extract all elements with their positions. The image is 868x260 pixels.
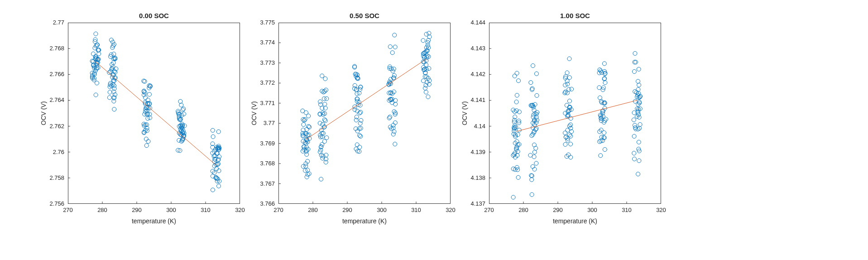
data-point (563, 142, 567, 146)
xtick-2: 280 (517, 207, 530, 213)
plot-title-0: 0.00 SOC (68, 12, 240, 19)
data-point (301, 109, 305, 113)
ytick-2: 4.14 (458, 123, 485, 130)
data-point (633, 51, 637, 55)
xtick-0: 270 (61, 207, 75, 213)
data-point (638, 126, 642, 130)
data-point (304, 164, 308, 168)
data-point (325, 135, 329, 140)
data-point (569, 134, 573, 138)
data-point (637, 83, 641, 87)
xtick-2: 270 (482, 207, 496, 213)
data-point (320, 74, 324, 78)
ytick-0: 2.77 (37, 19, 64, 26)
ylabel-1: OCV (V) (250, 23, 258, 204)
data-point (534, 146, 538, 150)
data-point (179, 103, 183, 107)
data-point (112, 107, 116, 111)
xlabel-1: temperature (K) (278, 217, 451, 225)
xtick-2: 300 (585, 207, 599, 213)
data-point (563, 131, 567, 135)
data-point (534, 72, 538, 76)
panel-1: 0.50 SOC temperature (K) OCV (V) 2702802… (278, 23, 451, 204)
xtick-0: 290 (130, 207, 144, 213)
ytick-2: 4.138 (458, 174, 485, 181)
data-point (358, 121, 362, 125)
data-point (212, 171, 216, 175)
ytick-0: 2.756 (37, 200, 64, 207)
data-point (517, 79, 521, 83)
ytick-1: 3.768 (248, 160, 275, 167)
data-point (323, 77, 327, 81)
ytick-1: 3.767 (248, 180, 275, 187)
data-point (144, 144, 149, 148)
ytick-0: 2.766 (37, 71, 64, 77)
xtick-2: 320 (654, 207, 668, 213)
data-point (388, 115, 392, 119)
data-point (567, 57, 571, 61)
data-point (301, 134, 305, 138)
data-point (217, 154, 221, 159)
data-point (511, 195, 515, 199)
data-point (323, 102, 327, 106)
data-point (390, 51, 394, 55)
data-point (318, 102, 322, 106)
data-point (632, 118, 636, 122)
data-point (182, 107, 186, 111)
data-point (563, 83, 567, 87)
xtick-1: 280 (306, 207, 320, 213)
data-point (597, 86, 601, 90)
data-point (566, 128, 570, 132)
data-point (305, 175, 309, 179)
data-point (567, 99, 571, 103)
data-point (94, 93, 98, 97)
data-point (534, 161, 538, 165)
data-point (359, 134, 363, 138)
data-point (111, 61, 115, 65)
data-point (319, 145, 323, 149)
panel-2: 1.00 SOC temperature (K) OCV (V) 2702802… (489, 23, 661, 204)
ytick-0: 2.768 (37, 45, 64, 52)
xlabel-2: temperature (K) (489, 217, 661, 225)
data-point (528, 153, 532, 157)
ytick-2: 4.142 (458, 71, 485, 77)
xtick-0: 320 (233, 207, 247, 213)
data-point (569, 155, 573, 159)
data-point (359, 85, 363, 89)
svg-plot-0 (68, 23, 240, 204)
ytick-1: 3.774 (248, 39, 275, 46)
data-point (211, 169, 215, 173)
ytick-1: 3.773 (248, 59, 275, 66)
data-point (302, 145, 306, 149)
data-point (355, 91, 359, 96)
data-point (353, 64, 357, 68)
data-point (515, 71, 519, 75)
data-point (393, 45, 397, 49)
figure: 0.00 SOC temperature (K) OCV (V) 2702802… (0, 0, 868, 260)
data-point (322, 118, 326, 122)
data-point (637, 159, 641, 163)
data-point (632, 134, 636, 138)
data-point (565, 103, 569, 107)
data-point (319, 177, 323, 181)
data-point (638, 122, 642, 126)
data-point (324, 88, 328, 92)
ytick-2: 4.137 (458, 200, 485, 207)
ytick-0: 2.762 (37, 123, 64, 130)
ytick-0: 2.764 (37, 96, 64, 103)
data-point (353, 65, 357, 69)
data-point (211, 135, 215, 139)
data-point (112, 96, 116, 100)
data-point (529, 81, 533, 85)
data-point (427, 67, 431, 71)
data-point (565, 154, 569, 159)
data-point (424, 63, 428, 67)
ytick-2: 4.143 (458, 45, 485, 52)
data-point (424, 90, 428, 94)
data-point (633, 157, 637, 161)
data-point (391, 132, 395, 136)
ytick-1: 3.772 (248, 79, 275, 86)
ytick-1: 3.771 (248, 100, 275, 106)
xlabel-0: temperature (K) (68, 217, 240, 225)
xtick-1: 300 (375, 207, 388, 213)
